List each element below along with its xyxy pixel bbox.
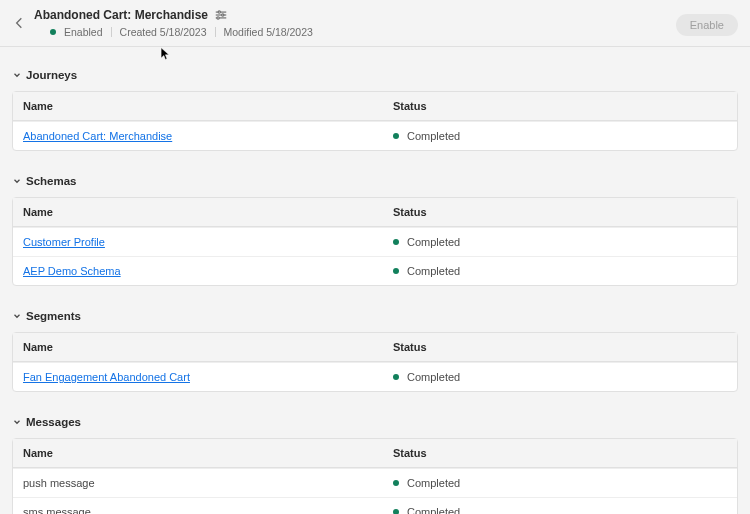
section-header-segments[interactable]: Segments <box>0 304 750 328</box>
row-name: push message <box>23 477 95 489</box>
meta-separator <box>215 27 216 37</box>
chevron-down-icon <box>12 417 22 427</box>
status-dot-icon <box>393 133 399 139</box>
status-dot-icon <box>393 509 399 514</box>
status-text: Completed <box>407 477 460 489</box>
status-dot-icon <box>393 239 399 245</box>
row-status: Completed <box>383 363 703 391</box>
table-journeys: Name Status Abandoned Cart: Merchandise … <box>12 91 738 151</box>
row-name-link[interactable]: Abandoned Cart: Merchandise <box>23 130 172 142</box>
header-main: Abandoned Cart: Merchandise Enabled Crea… <box>34 8 738 38</box>
title-row: Abandoned Cart: Merchandise <box>34 8 738 22</box>
row-name-link[interactable]: Customer Profile <box>23 236 105 248</box>
col-status: Status <box>383 439 703 467</box>
table-row: Abandoned Cart: Merchandise Completed <box>13 121 737 150</box>
section-title: Journeys <box>26 69 77 81</box>
table-schemas: Name Status Customer Profile Completed A… <box>12 197 738 286</box>
section-header-journeys[interactable]: Journeys <box>0 63 750 87</box>
created-label: Created 5/18/2023 <box>120 26 207 38</box>
chevron-down-icon <box>12 311 22 321</box>
table-row: Customer Profile Completed <box>13 227 737 256</box>
status-text: Completed <box>407 265 460 277</box>
table-row: AEP Demo Schema Completed <box>13 256 737 285</box>
svg-point-3 <box>222 14 224 16</box>
section-title: Messages <box>26 416 81 428</box>
chevron-down-icon <box>12 70 22 80</box>
enabled-status-dot <box>50 29 56 35</box>
table-row: push message Completed <box>13 468 737 497</box>
svg-point-5 <box>217 17 219 19</box>
row-status: Completed <box>383 469 703 497</box>
status-text: Completed <box>407 371 460 383</box>
svg-point-1 <box>218 11 220 13</box>
table-header: Name Status <box>13 333 737 362</box>
col-name: Name <box>13 198 383 226</box>
page-title: Abandoned Cart: Merchandise <box>34 8 208 22</box>
row-status: Completed <box>383 122 703 150</box>
row-name-link[interactable]: AEP Demo Schema <box>23 265 121 277</box>
row-name-link[interactable]: Fan Engagement Abandoned Cart <box>23 371 190 383</box>
col-status: Status <box>383 198 703 226</box>
status-dot-icon <box>393 480 399 486</box>
status-text: Completed <box>407 236 460 248</box>
enable-button[interactable]: Enable <box>676 14 738 36</box>
row-status: Completed <box>383 228 703 256</box>
section-title: Segments <box>26 310 81 322</box>
row-status: Completed <box>383 257 703 285</box>
status-dot-icon <box>393 374 399 380</box>
section-journeys: Journeys Name Status Abandoned Cart: Mer… <box>0 63 750 151</box>
table-segments: Name Status Fan Engagement Abandoned Car… <box>12 332 738 392</box>
table-row: sms message Completed <box>13 497 737 514</box>
chevron-down-icon <box>12 176 22 186</box>
section-header-schemas[interactable]: Schemas <box>0 169 750 193</box>
tune-icon[interactable] <box>214 8 228 22</box>
col-name: Name <box>13 92 383 120</box>
page-header: Abandoned Cart: Merchandise Enabled Crea… <box>0 0 750 47</box>
status-dot-icon <box>393 268 399 274</box>
meta-row: Enabled Created 5/18/2023 Modified 5/18/… <box>34 26 738 38</box>
section-title: Schemas <box>26 175 77 187</box>
enabled-label: Enabled <box>64 26 103 38</box>
status-text: Completed <box>407 506 460 514</box>
status-text: Completed <box>407 130 460 142</box>
table-row: Fan Engagement Abandoned Cart Completed <box>13 362 737 391</box>
row-status: Completed <box>383 498 703 514</box>
content: Journeys Name Status Abandoned Cart: Mer… <box>0 47 750 514</box>
col-name: Name <box>13 333 383 361</box>
col-status: Status <box>383 333 703 361</box>
table-messages: Name Status push message Completed sms m… <box>12 438 738 514</box>
table-header: Name Status <box>13 198 737 227</box>
col-name: Name <box>13 439 383 467</box>
section-schemas: Schemas Name Status Customer Profile Com… <box>0 169 750 286</box>
section-segments: Segments Name Status Fan Engagement Aban… <box>0 304 750 392</box>
modified-label: Modified 5/18/2023 <box>224 26 313 38</box>
section-messages: Messages Name Status push message Comple… <box>0 410 750 514</box>
section-header-messages[interactable]: Messages <box>0 410 750 434</box>
meta-separator <box>111 27 112 37</box>
col-status: Status <box>383 92 703 120</box>
table-header: Name Status <box>13 92 737 121</box>
table-header: Name Status <box>13 439 737 468</box>
row-name: sms message <box>23 506 91 514</box>
back-arrow-icon[interactable] <box>12 15 28 31</box>
